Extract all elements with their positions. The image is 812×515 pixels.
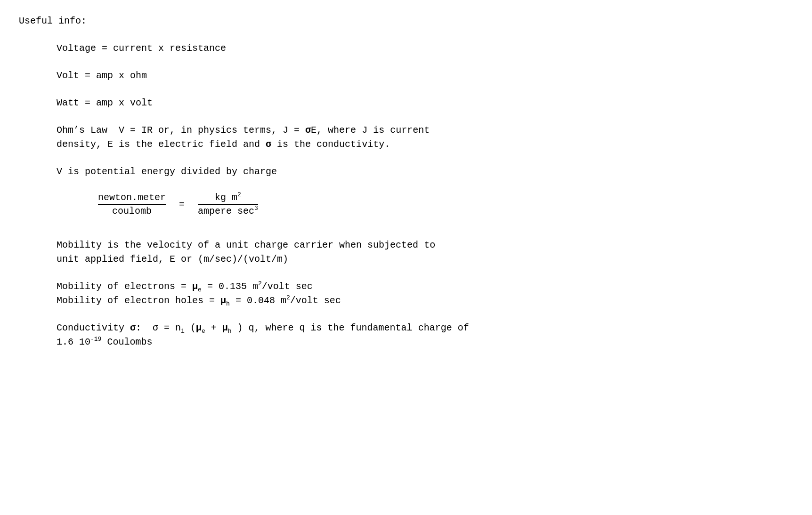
mobility-electrons-section: Mobility of electrons = μe = 0.135 m2/vo… [19,280,793,308]
ohms-law-section: Ohm’s Law V = IR or, in physics terms, J… [19,123,793,152]
fraction-left-numerator: newton.meter [98,192,166,205]
heading-section: Useful info: [19,14,793,28]
page-content: Useful info: Voltage = current x resista… [19,14,793,349]
formula-section: newton.meter coulomb = kg m2 ampere sec3 [19,192,793,217]
mobility-holes-line: Mobility of electron holes = μh = 0.048 … [57,294,793,308]
conductivity-line2: 1.6 10-19 Coulombs [57,335,793,349]
fraction-right: kg m2 ampere sec3 [198,192,258,217]
volt-line: Volt = amp x ohm [57,69,793,83]
fraction-left-denominator: coulomb [112,205,152,217]
volt-section: Volt = amp x ohm [19,69,793,83]
fraction-right-denominator: ampere sec3 [198,205,258,217]
watt-section: Watt = amp x volt [19,96,793,110]
ohms-law-line2: density, E is the electric field and σ i… [57,137,793,152]
voltage-section: Voltage = current x resistance [19,41,793,56]
conductivity-section: Conductivity σ: σ = ni (μe + μh ) q, whe… [19,321,793,349]
heading-line: Useful info: [19,14,793,28]
fraction-left: newton.meter coulomb [98,192,166,217]
equals-sign: = [179,199,185,210]
mobility-desc-section: Mobility is the velocity of a unit charg… [19,238,793,266]
voltage-line: Voltage = current x resistance [57,41,793,56]
conductivity-line1: Conductivity σ: σ = ni (μe + μh ) q, whe… [57,321,793,335]
mobility-desc-line1: Mobility is the velocity of a unit charg… [57,238,793,252]
potential-section: V is potential energy divided by charge [19,165,793,179]
mobility-desc-line2: unit applied field, E or (m/sec)/(volt/m… [57,252,793,266]
watt-line: Watt = amp x volt [57,96,793,110]
mobility-electrons-line: Mobility of electrons = μe = 0.135 m2/vo… [57,280,793,294]
fraction-right-numerator: kg m2 [198,192,258,205]
ohms-law-line1: Ohm’s Law V = IR or, in physics terms, J… [57,123,793,137]
potential-line: V is potential energy divided by charge [57,165,793,179]
